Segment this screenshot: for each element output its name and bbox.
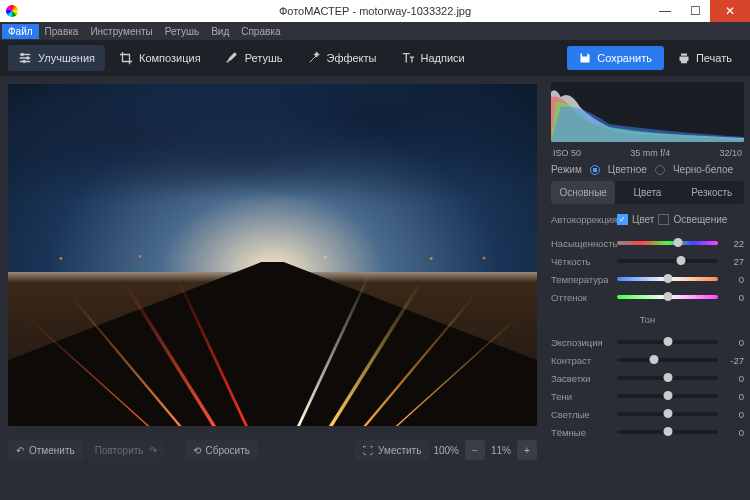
radio-color[interactable] bbox=[590, 165, 600, 175]
save-button[interactable]: Сохранить bbox=[567, 46, 664, 70]
wand-icon bbox=[307, 51, 321, 65]
slider-track[interactable] bbox=[617, 259, 718, 263]
slider-value: 0 bbox=[722, 409, 744, 420]
slider-value: 0 bbox=[722, 274, 744, 285]
slider-label: Светлые bbox=[551, 409, 613, 420]
svg-point-2 bbox=[23, 60, 26, 63]
menu-file[interactable]: Файл bbox=[2, 24, 39, 39]
crop-icon bbox=[119, 51, 133, 65]
slider-thumb[interactable] bbox=[663, 373, 672, 382]
app-logo-icon bbox=[6, 5, 18, 17]
maximize-button[interactable]: ☐ bbox=[680, 0, 710, 22]
bottombar: ↶Отменить Повторить↷ ⟲Сбросить ⛶Уместить… bbox=[0, 434, 545, 466]
slider-value: 0 bbox=[722, 292, 744, 303]
color-mode-row: Режим Цветное Черно-белое bbox=[551, 164, 744, 175]
brush-icon bbox=[225, 51, 239, 65]
slider-thumb[interactable] bbox=[663, 292, 672, 301]
slider-label: Контраст bbox=[551, 355, 613, 366]
slider-value: -27 bbox=[722, 355, 744, 366]
ptab-colors[interactable]: Цвета bbox=[615, 181, 679, 204]
menu-edit[interactable]: Правка bbox=[39, 24, 85, 39]
slider-track[interactable] bbox=[617, 394, 718, 398]
slider-value: 0 bbox=[722, 391, 744, 402]
tab-composition[interactable]: Композиция bbox=[109, 45, 211, 71]
save-icon bbox=[579, 52, 591, 64]
print-icon bbox=[678, 52, 690, 64]
slider-label: Тёмные bbox=[551, 427, 613, 438]
sliders-icon bbox=[18, 51, 32, 65]
slider-track[interactable] bbox=[617, 376, 718, 380]
zoom-in-button[interactable]: + bbox=[517, 440, 537, 460]
slider-value: 0 bbox=[722, 373, 744, 384]
tab-effects[interactable]: Эффекты bbox=[297, 45, 387, 71]
slider-thumb[interactable] bbox=[663, 391, 672, 400]
zoom-value: 11% bbox=[491, 445, 511, 456]
ptab-basic[interactable]: Основные bbox=[551, 181, 615, 204]
slider-value: 0 bbox=[722, 427, 744, 438]
svg-point-0 bbox=[21, 53, 24, 56]
slider-thumb[interactable] bbox=[673, 238, 682, 247]
slider-row: Контраст-27 bbox=[551, 351, 744, 369]
tone-heading: Тон bbox=[551, 314, 744, 325]
slider-value: 0 bbox=[722, 337, 744, 348]
slider-thumb[interactable] bbox=[663, 337, 672, 346]
slider-label: Экспозиция bbox=[551, 337, 613, 348]
undo-icon: ↶ bbox=[16, 445, 24, 456]
menu-help[interactable]: Справка bbox=[235, 24, 286, 39]
radio-bw[interactable] bbox=[655, 165, 665, 175]
slider-track[interactable] bbox=[617, 340, 718, 344]
minimize-button[interactable]: — bbox=[650, 0, 680, 22]
histogram[interactable] bbox=[551, 82, 744, 142]
fit-icon: ⛶ bbox=[363, 445, 373, 456]
slider-row: Чёткость27 bbox=[551, 252, 744, 270]
slider-thumb[interactable] bbox=[650, 355, 659, 364]
menu-retouch[interactable]: Ретушь bbox=[159, 24, 205, 39]
slider-track[interactable] bbox=[617, 412, 718, 416]
svg-point-1 bbox=[26, 57, 29, 60]
photo-metadata: ISO 50 35 mm f/4 32/10 bbox=[551, 148, 744, 158]
slider-thumb[interactable] bbox=[663, 409, 672, 418]
slider-thumb[interactable] bbox=[663, 274, 672, 283]
slider-thumb[interactable] bbox=[663, 427, 672, 436]
slider-row: Насыщенность22 bbox=[551, 234, 744, 252]
slider-track[interactable] bbox=[617, 241, 718, 245]
canvas-area: ↶Отменить Повторить↷ ⟲Сбросить ⛶Уместить… bbox=[0, 76, 545, 466]
panel-tabs: Основные Цвета Резкость bbox=[551, 181, 744, 204]
check-color[interactable]: ✓ bbox=[617, 214, 628, 225]
zoom-100[interactable]: 100% bbox=[433, 445, 459, 456]
slider-label: Насыщенность bbox=[551, 238, 613, 249]
slider-row: Засветки0 bbox=[551, 369, 744, 387]
image-canvas[interactable] bbox=[8, 84, 537, 426]
reset-button[interactable]: ⟲Сбросить bbox=[185, 440, 258, 461]
slider-value: 27 bbox=[722, 256, 744, 267]
menu-tools[interactable]: Инструменты bbox=[84, 24, 158, 39]
redo-button[interactable]: Повторить↷ bbox=[87, 440, 165, 461]
window-title: ФотоМАСТЕР - motorway-1033322.jpg bbox=[279, 5, 471, 17]
text-icon bbox=[401, 51, 415, 65]
check-light[interactable] bbox=[658, 214, 669, 225]
slider-row: Тёмные0 bbox=[551, 423, 744, 441]
tab-retouch[interactable]: Ретушь bbox=[215, 45, 293, 71]
toolbar: Улучшения Композиция Ретушь Эффекты Надп… bbox=[0, 40, 750, 76]
tab-text[interactable]: Надписи bbox=[391, 45, 475, 71]
slider-track[interactable] bbox=[617, 277, 718, 281]
titlebar: ФотоМАСТЕР - motorway-1033322.jpg — ☐ ✕ bbox=[0, 0, 750, 22]
tab-enhancements[interactable]: Улучшения bbox=[8, 45, 105, 71]
fit-button[interactable]: ⛶Уместить bbox=[355, 440, 429, 461]
close-button[interactable]: ✕ bbox=[710, 0, 750, 22]
zoom-out-button[interactable]: − bbox=[465, 440, 485, 460]
menu-view[interactable]: Вид bbox=[205, 24, 235, 39]
slider-row: Оттенок0 bbox=[551, 288, 744, 306]
slider-row: Тени0 bbox=[551, 387, 744, 405]
print-button[interactable]: Печать bbox=[668, 46, 742, 70]
slider-value: 22 bbox=[722, 238, 744, 249]
slider-track[interactable] bbox=[617, 430, 718, 434]
slider-thumb[interactable] bbox=[676, 256, 685, 265]
slider-track[interactable] bbox=[617, 295, 718, 299]
slider-row: Экспозиция0 bbox=[551, 333, 744, 351]
side-panel: ISO 50 35 mm f/4 32/10 Режим Цветное Чер… bbox=[545, 76, 750, 466]
slider-label: Чёткость bbox=[551, 256, 613, 267]
ptab-sharpness[interactable]: Резкость bbox=[680, 181, 744, 204]
slider-track[interactable] bbox=[617, 358, 718, 362]
undo-button[interactable]: ↶Отменить bbox=[8, 440, 83, 461]
